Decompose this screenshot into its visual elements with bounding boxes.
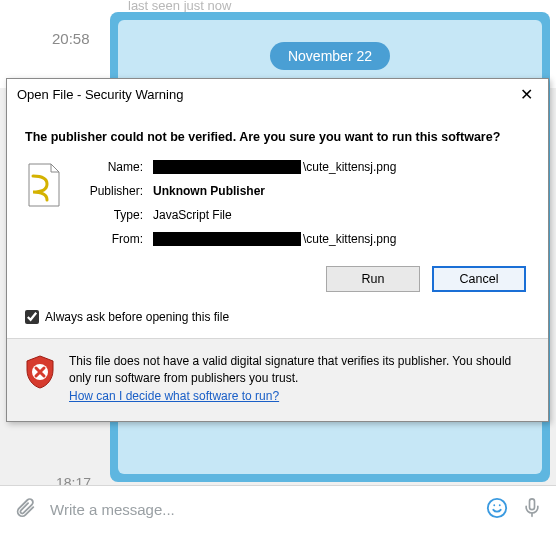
label-from: From: [75,232,153,246]
always-ask-checkbox[interactable] [25,310,39,324]
close-icon[interactable]: ✕ [512,85,540,104]
redacted-block [153,232,301,246]
compose-input[interactable]: Write a message... [50,501,472,518]
shield-warning-icon [25,353,55,392]
footer-text: This file does not have a valid digital … [69,353,530,405]
dialog-titlebar: Open File - Security Warning ✕ [7,79,548,110]
always-ask-label: Always ask before opening this file [45,310,229,324]
label-publisher: Publisher: [75,184,153,198]
dialog-heading: The publisher could not be verified. Are… [25,130,530,144]
file-info-grid: Name: \cute_kittensj.png Publisher: Unkn… [25,160,530,246]
redacted-block [153,160,301,174]
svg-point-0 [488,499,506,517]
dialog-footer: This file does not have a valid digital … [7,338,548,421]
label-type: Type: [75,208,153,222]
always-ask-checkbox-row[interactable]: Always ask before opening this file [25,310,530,324]
attachment-icon[interactable] [14,497,36,522]
label-name: Name: [75,160,153,174]
footer-help-link[interactable]: How can I decide what software to run? [69,389,279,403]
value-name: \cute_kittensj.png [153,160,530,174]
microphone-icon[interactable] [522,497,542,522]
from-suffix: \cute_kittensj.png [303,232,396,246]
script-file-icon [25,160,75,211]
emoji-icon[interactable] [486,497,508,522]
run-button[interactable]: Run [326,266,420,292]
compose-bar: Write a message... [0,485,556,533]
value-publisher: Unknown Publisher [153,184,530,198]
security-warning-dialog: Open File - Security Warning ✕ The publi… [6,78,549,422]
date-pill: November 22 [270,42,390,70]
value-type: JavaScript File [153,208,530,222]
name-suffix: \cute_kittensj.png [303,160,396,174]
button-row: Run Cancel [25,266,530,292]
cancel-button[interactable]: Cancel [432,266,526,292]
value-from: \cute_kittensj.png [153,232,530,246]
dialog-title: Open File - Security Warning [17,87,183,102]
footer-message: This file does not have a valid digital … [69,354,511,385]
dialog-body: The publisher could not be verified. Are… [7,110,548,338]
message-time-top: 20:58 [52,30,90,47]
